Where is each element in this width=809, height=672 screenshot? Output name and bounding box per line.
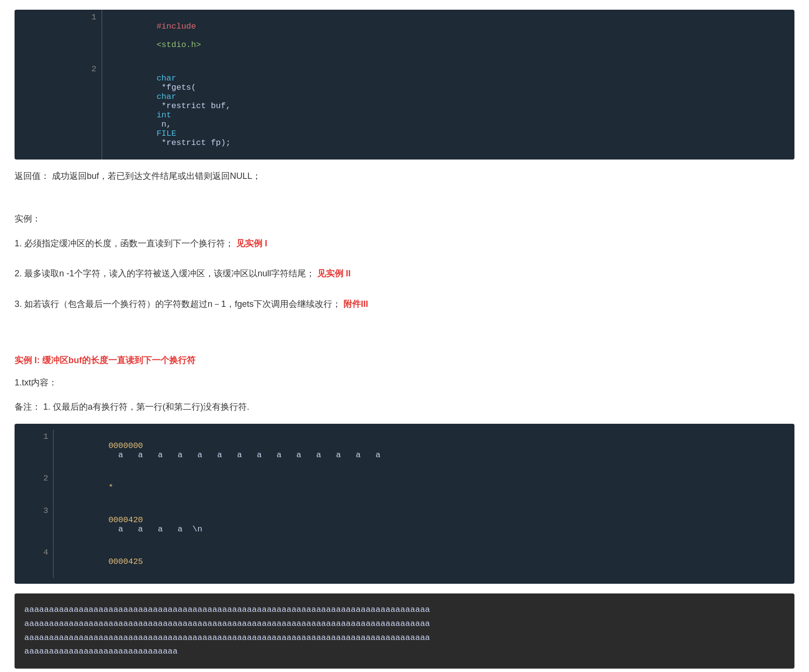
return-value-section: 返回值： 成功返回buf，若已到达文件结尾或出错则返回NULL； [15, 168, 794, 184]
section1-file-label: 1.txt内容： [15, 375, 794, 390]
item-2-link[interactable]: 见实例 II [317, 269, 351, 278]
output-line-3: aaaaaaaaaaaaaaaaaaaaaaaaaaaaaaaaaaaaaaaa… [24, 631, 785, 645]
hex-num-3: 3 [15, 504, 53, 545]
hex-addr-4: 0000425 [108, 557, 143, 566]
hex-num-4: 4 [15, 545, 53, 578]
return-value-label: 返回值： [15, 171, 49, 181]
kw-stdio: <stdio.h> [157, 40, 201, 49]
code-line-1: 1 #include <stdio.h> [15, 10, 794, 62]
hex-num-1: 1 [15, 430, 53, 471]
output-line-1: aaaaaaaaaaaaaaaaaaaaaaaaaaaaaaaaaaaaaaaa… [24, 603, 785, 617]
line-content-1: #include <stdio.h> [102, 10, 794, 62]
item-1-prefix: 1. 必须指定缓冲区的长度，函数一直读到下一个换行符； [15, 239, 234, 248]
note-label: 备注： [15, 402, 41, 412]
item-2-prefix: 2. 最多读取n -1个字符，读入的字符被送入缓冲区，该缓冲区以null字符结尾… [15, 269, 315, 278]
output-block: aaaaaaaaaaaaaaaaaaaaaaaaaaaaaaaaaaaaaaaa… [15, 593, 794, 669]
hex-content-4: 0000425 [53, 545, 794, 578]
kw-char2: char [157, 92, 177, 101]
file-label: 1.txt内容： [15, 375, 794, 390]
note-text: 1. 仅最后的a有换行符，第一行(和第二行)没有换行符. [43, 402, 249, 412]
spacer-1 [15, 192, 794, 202]
item-3: 3. 如若该行（包含最后一个换行符）的字符数超过n－1，fgets下次调用会继续… [15, 296, 794, 312]
spacer-2 [15, 320, 794, 330]
item-2: 2. 最多读取n -1个字符，读入的字符被送入缓冲区，该缓冲区以null字符结尾… [15, 266, 794, 281]
kw-char: char [157, 74, 177, 83]
code-line-2: 2 char *fgets( char *restrict buf, int n… [15, 62, 794, 160]
item-1-link[interactable]: 见实例 I [236, 239, 267, 248]
hex-content-2: * [53, 471, 794, 504]
kw-file: FILE [157, 129, 177, 138]
hex-addr-1: 0000000 [108, 441, 143, 450]
example-label-section: 实例： [15, 211, 794, 226]
example-label: 实例： [15, 211, 794, 226]
spacer-3 [15, 330, 794, 340]
hex-addr-3: 0000420 [108, 515, 143, 525]
line-num-1: 1 [15, 10, 102, 62]
line-content-2: char *fgets( char *restrict buf, int n, … [102, 62, 794, 160]
hex-line-1: 1 0000000 a a a a a a a a a a a a a a [15, 430, 794, 471]
line-num-2: 2 [15, 62, 102, 160]
kw-int: int [157, 111, 172, 120]
hex-content-1: 0000000 a a a a a a a a a a a a a a [53, 430, 794, 471]
output-line-4: aaaaaaaaaaaaaaaaaaaaaaaaaaaaaaa [24, 645, 785, 659]
hex-addr-2: * [108, 483, 113, 492]
page-container: 1 #include <stdio.h> 2 char *fgets( char… [0, 0, 809, 672]
item-1: 1. 必须指定缓冲区的长度，函数一直读到下一个换行符； 见实例 I [15, 236, 794, 251]
section1-note: 备注： 1. 仅最后的a有换行符，第一行(和第二行)没有换行符. [15, 399, 794, 415]
kw-include: #include [157, 22, 196, 31]
hex-line-4: 4 0000425 [15, 545, 794, 578]
hex-content-3: 0000420 a a a a \n [53, 504, 794, 545]
return-value-text: 成功返回buf，若已到达文件结尾或出错则返回NULL； [52, 171, 261, 181]
hex-dump-block: 1 0000000 a a a a a a a a a a a a a a 2 … [15, 424, 794, 584]
item-3-link[interactable]: 附件III [343, 299, 368, 309]
code-block-1: 1 #include <stdio.h> 2 char *fgets( char… [15, 10, 794, 160]
item-3-prefix: 3. 如若该行（包含最后一个换行符）的字符数超过n－1，fgets下次调用会继续… [15, 299, 341, 309]
output-line-2: aaaaaaaaaaaaaaaaaaaaaaaaaaaaaaaaaaaaaaaa… [24, 617, 785, 631]
hex-line-2: 2 * [15, 471, 794, 504]
items-list: 1. 必须指定缓冲区的长度，函数一直读到下一个换行符； 见实例 I 2. 最多读… [15, 236, 794, 312]
hex-line-3: 3 0000420 a a a a \n [15, 504, 794, 545]
hex-num-2: 2 [15, 471, 53, 504]
section1-title: 实例 I: 缓冲区buf的长度一直读到下一个换行符 [15, 354, 794, 366]
